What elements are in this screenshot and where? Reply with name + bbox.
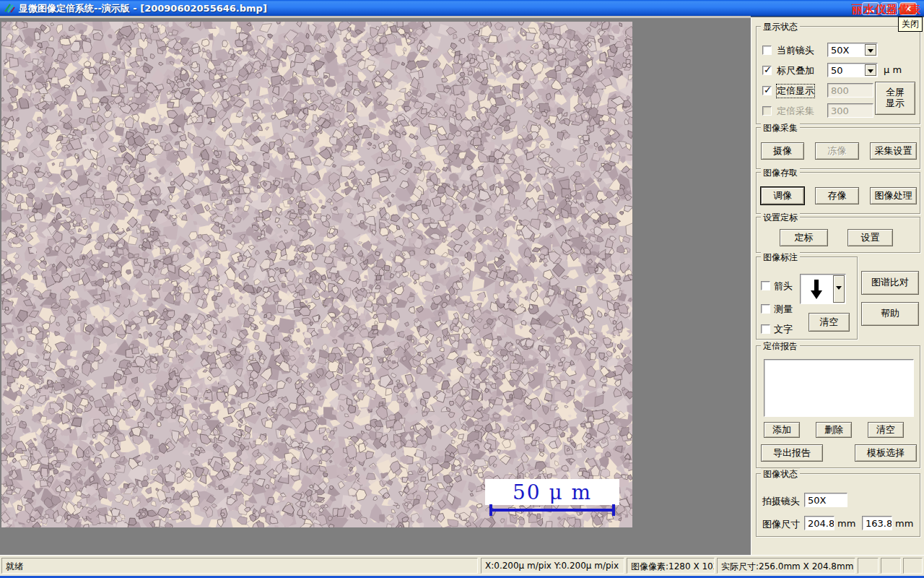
group-annotation-title: 图像标注 bbox=[761, 251, 800, 264]
status-empty-pane-1 bbox=[858, 558, 879, 574]
micrograph-image bbox=[1, 22, 632, 527]
calibrate-button[interactable]: 定标 bbox=[780, 229, 828, 246]
window-title: 显微图像定倍系统--演示版 - [20090602055646.bmp] bbox=[19, 2, 267, 15]
capture-freeze-button: 冻像 bbox=[815, 142, 859, 160]
application-window: 显微图像定倍系统--演示版 - [20090602055646.bmp] × 丽… bbox=[0, 0, 924, 578]
title-bar[interactable]: 显微图像定倍系统--演示版 - [20090602055646.bmp] × 丽… bbox=[0, 0, 924, 17]
group-image-status-title: 图像状态 bbox=[761, 468, 800, 480]
arrow-style-select[interactable] bbox=[800, 274, 846, 304]
fixed-display-label: 定倍显示 bbox=[777, 85, 814, 98]
chevron-down-icon[interactable] bbox=[865, 64, 876, 76]
group-image-storage: 图像存取 调像 存像 图像处理 bbox=[756, 172, 920, 214]
capture-settings-button[interactable]: 采集设置 bbox=[870, 142, 917, 160]
ruler-unit-label: μ m bbox=[884, 64, 902, 75]
scale-bar-label: 50 μ m bbox=[513, 480, 592, 504]
fixed-display-checkbox[interactable] bbox=[762, 86, 772, 95]
image-height-unit: mm bbox=[895, 518, 913, 529]
fullscreen-button[interactable]: 全屏 显示 bbox=[875, 82, 915, 115]
arrow-annotation-label: 箭头 bbox=[774, 280, 793, 293]
calibration-setup-button[interactable]: 设置 bbox=[847, 229, 893, 246]
control-panel: 显示状态 当前镜头 50X 标尺叠加 50 μ m 定倍显示 800 定倍采集 … bbox=[751, 17, 924, 555]
group-report: 定倍报告 添加 删除 清空 导出报告 模板选择 bbox=[756, 345, 920, 468]
group-display-status: 显示状态 当前镜头 50X 标尺叠加 50 μ m 定倍显示 800 定倍采集 … bbox=[756, 26, 920, 124]
status-actual-size: 实际尺寸:256.0mm X 204.8mm bbox=[717, 558, 855, 574]
status-bar: 就绪 X:0.200μ m/pix Y:0.200μ m/pix 图像像素:12… bbox=[0, 555, 924, 576]
ruler-value-select[interactable]: 50 bbox=[827, 63, 878, 77]
micrograph-viewer: 50 μ m bbox=[1, 22, 632, 527]
group-image-storage-title: 图像存取 bbox=[761, 167, 800, 179]
help-button[interactable]: 帮助 bbox=[861, 302, 919, 326]
group-annotation: 图像标注 箭头 测量 文字 清空 bbox=[756, 256, 858, 340]
measure-annotation-label: 测量 bbox=[774, 303, 793, 316]
report-list[interactable] bbox=[764, 359, 914, 417]
scale-bar-label-box: 50 μ m bbox=[485, 479, 619, 505]
group-image-capture: 图像采集 摄像 冻像 采集设置 bbox=[756, 127, 920, 169]
current-lens-value: 50X bbox=[831, 45, 849, 56]
fixed-capture-checkbox bbox=[762, 106, 772, 116]
close-tooltip: 关闭 bbox=[898, 17, 923, 32]
image-width-unit: mm bbox=[837, 518, 855, 529]
group-calibration: 设置定标 定标 设置 bbox=[756, 217, 920, 253]
atlas-compare-button[interactable]: 图谱比对 bbox=[861, 271, 919, 295]
capture-shoot-button[interactable]: 摄像 bbox=[761, 142, 804, 160]
save-image-button[interactable]: 存像 bbox=[815, 187, 859, 204]
down-arrow-icon bbox=[809, 278, 824, 302]
group-display-status-title: 显示状态 bbox=[761, 21, 800, 33]
current-lens-checkbox[interactable] bbox=[762, 46, 772, 55]
measure-annotation-checkbox[interactable] bbox=[761, 304, 770, 314]
app-icon bbox=[4, 2, 15, 14]
status-pixel-scale: X:0.200μ m/pix Y:0.200μ m/pix bbox=[481, 558, 624, 574]
group-image-capture-title: 图像采集 bbox=[761, 122, 800, 134]
report-clear-button[interactable]: 清空 bbox=[868, 422, 904, 438]
scale-bar-line bbox=[489, 504, 615, 516]
shooting-lens-label: 拍摄镜头 bbox=[762, 495, 800, 508]
chevron-down-icon[interactable] bbox=[833, 275, 845, 303]
ruler-value: 50 bbox=[831, 65, 843, 76]
current-lens-label: 当前镜头 bbox=[777, 44, 814, 57]
vendor-watermark: 丽水仪器仪表 bbox=[852, 3, 921, 17]
template-select-button[interactable]: 模板选择 bbox=[855, 444, 917, 462]
image-size-label: 图像尺寸 bbox=[762, 518, 800, 531]
clear-annotation-button[interactable]: 清空 bbox=[808, 313, 850, 332]
report-delete-button[interactable]: 删除 bbox=[816, 422, 852, 438]
image-width-field: 204.8 bbox=[804, 516, 834, 530]
arrow-annotation-checkbox[interactable] bbox=[761, 281, 770, 290]
ruler-overlay-checkbox[interactable] bbox=[762, 66, 772, 75]
shooting-lens-field: 50X bbox=[804, 493, 847, 507]
export-report-button[interactable]: 导出报告 bbox=[761, 444, 823, 462]
text-annotation-checkbox[interactable] bbox=[761, 324, 770, 334]
fixed-display-value-field: 800 bbox=[827, 83, 873, 98]
status-empty-pane-2 bbox=[881, 558, 901, 574]
ruler-overlay-label: 标尺叠加 bbox=[777, 64, 814, 77]
report-add-button[interactable]: 添加 bbox=[764, 422, 800, 438]
current-lens-select[interactable]: 50X bbox=[827, 43, 878, 57]
status-image-pixels: 图像像素:1280 X 1024 bbox=[627, 558, 715, 574]
group-calibration-title: 设置定标 bbox=[761, 212, 800, 224]
fixed-capture-value-field: 300 bbox=[827, 103, 873, 118]
group-image-status: 图像状态 拍摄镜头 50X 图像尺寸 204.8 mm 163.8 mm bbox=[756, 473, 920, 537]
status-ready: 就绪 bbox=[1, 558, 478, 574]
image-process-button[interactable]: 图像处理 bbox=[870, 187, 917, 204]
chevron-down-icon[interactable] bbox=[865, 44, 876, 56]
group-report-title: 定倍报告 bbox=[761, 340, 800, 353]
text-annotation-label: 文字 bbox=[774, 323, 793, 336]
fixed-capture-label: 定倍采集 bbox=[777, 105, 814, 118]
status-empty-pane-3 bbox=[903, 558, 923, 574]
image-height-field: 163.8 bbox=[862, 516, 892, 530]
load-image-button[interactable]: 调像 bbox=[761, 187, 804, 204]
